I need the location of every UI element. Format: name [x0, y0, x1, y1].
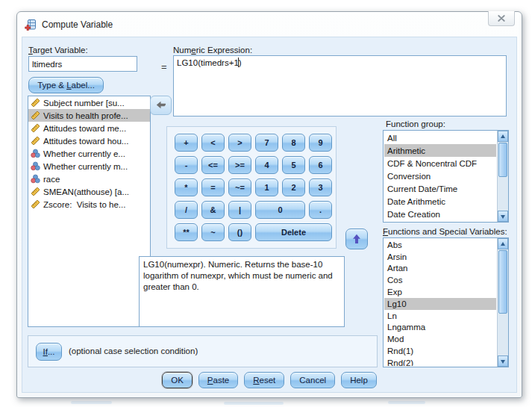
numeric-expression-label: Numeric Expression: — [173, 46, 252, 55]
key-=[interactable]: = — [201, 178, 225, 196]
close-button[interactable] — [488, 11, 515, 26]
move-to-expression-button[interactable] — [150, 96, 172, 115]
key-/[interactable]: / — [175, 201, 198, 219]
scroll-down-icon[interactable] — [498, 211, 508, 222]
scroll-up-icon[interactable] — [498, 238, 508, 249]
key-~[interactable]: ~ — [201, 223, 225, 241]
label-text: aste — [213, 376, 230, 385]
function-item[interactable]: Arsin — [384, 251, 496, 263]
function-item[interactable]: Mod — [384, 333, 496, 345]
function-group-scrollbar[interactable] — [497, 131, 508, 222]
function-group-item[interactable]: Conversion — [384, 170, 496, 182]
label-text: Lngamma — [387, 323, 425, 332]
nominal-icon — [31, 149, 40, 158]
scale-icon — [31, 98, 40, 108]
keypad-panel: +<>789-<=>=456*=~=123/&|0.**~()Delete — [166, 126, 337, 249]
variable-label: Whether currently e... — [43, 149, 125, 158]
glass-artifact — [388, 401, 425, 404]
numeric-expression-input[interactable]: LG10(timedrs+1) — [173, 55, 507, 116]
label-text: Arithmetic — [387, 146, 425, 155]
if-condition-panel: If... (optional case selection condition… — [28, 335, 378, 367]
variable-item[interactable]: race — [28, 173, 150, 185]
function-group-item[interactable]: Date Creation — [384, 208, 496, 220]
compute-variable-dialog: Compute Variable Target Variable: Type &… — [16, 11, 522, 398]
function-group-item[interactable]: Arithmetic — [384, 144, 496, 157]
target-variable-input[interactable] — [28, 56, 137, 72]
paste-button[interactable]: Paste — [198, 372, 238, 388]
key->=[interactable]: >= — [228, 156, 251, 174]
cancel-button[interactable]: Cancel — [290, 372, 335, 388]
if-button[interactable]: If... — [36, 343, 62, 361]
variable-item[interactable]: Zscore: Visits to he... — [28, 198, 150, 211]
key-~=[interactable]: ~= — [228, 178, 251, 196]
variable-item[interactable]: Attitudes toward me... — [28, 122, 150, 134]
variable-list[interactable]: Subject number [su...Visits to health pr… — [28, 96, 151, 327]
function-item[interactable]: Abs — [384, 239, 496, 251]
variable-item[interactable]: SMEAN(atthouse) [a... — [28, 185, 150, 198]
key-|[interactable]: | — [228, 201, 251, 219]
key-6[interactable]: 6 — [309, 156, 332, 174]
function-group-item[interactable]: CDF & Noncentral CDF — [384, 157, 496, 170]
ok-button[interactable]: OK — [162, 372, 193, 388]
scale-icon — [31, 199, 40, 209]
key-<[interactable]: < — [201, 134, 225, 152]
insert-function-button[interactable] — [345, 229, 368, 249]
variable-item[interactable]: Subject number [su... — [28, 96, 150, 109]
variable-label: Zscore: Visits to he... — [43, 200, 125, 209]
label-text: F — [383, 227, 388, 236]
close-icon — [498, 15, 505, 22]
key-+[interactable]: + — [175, 134, 198, 152]
key-**[interactable]: ** — [175, 223, 198, 241]
key-5[interactable]: 5 — [282, 156, 305, 174]
label-text: OK — [171, 376, 184, 385]
function-group-item[interactable]: Date Arithmetic — [384, 195, 496, 208]
key-0[interactable]: 0 — [255, 201, 305, 219]
function-group-list[interactable]: AllArithmeticCDF & Noncentral CDFConvers… — [383, 130, 509, 223]
key-*[interactable]: * — [175, 178, 198, 196]
scrollbar-thumb[interactable] — [498, 143, 507, 177]
key-3[interactable]: 3 — [309, 178, 332, 196]
key--[interactable]: - — [175, 156, 198, 174]
key-<=[interactable]: <= — [201, 156, 225, 174]
variable-item[interactable]: Whether currently e... — [28, 147, 150, 160]
function-item[interactable]: Lngamma — [384, 322, 496, 334]
title-bar[interactable]: Compute Variable — [17, 12, 522, 37]
reset-button[interactable]: Reset — [244, 372, 284, 388]
function-item[interactable]: Exp — [384, 286, 496, 298]
function-item[interactable]: Ln — [384, 310, 496, 322]
scrollbar-thumb[interactable] — [498, 250, 507, 314]
function-item[interactable]: Rnd(1) — [384, 345, 496, 357]
functions-list[interactable]: AbsArsinArtanCosExpLg10LnLngammaModRnd(1… — [383, 237, 509, 367]
function-item[interactable]: Cos — [384, 274, 496, 286]
function-group-item[interactable]: Current Date/Time — [384, 182, 496, 195]
function-item[interactable]: Rnd(2) — [384, 357, 496, 366]
variable-item[interactable]: Visits to health profe... — [28, 109, 150, 122]
scroll-up-icon[interactable] — [498, 131, 508, 142]
key-1[interactable]: 1 — [255, 178, 278, 196]
key-&[interactable]: & — [201, 201, 225, 219]
function-item[interactable]: Lg10 — [384, 298, 496, 310]
function-group-item[interactable]: Date Extraction — [384, 220, 496, 221]
variable-item[interactable]: Attitudes toward hou... — [28, 134, 150, 147]
key-Delete[interactable]: Delete — [255, 223, 332, 241]
functions-scrollbar[interactable] — [497, 238, 508, 367]
functions-items: AbsArsinArtanCosExpLg10LnLngammaModRnd(1… — [384, 239, 496, 366]
help-button[interactable]: Help — [341, 372, 377, 388]
key-7[interactable]: 7 — [255, 134, 278, 152]
expression-text: LG10(timedrs+1) — [177, 58, 242, 67]
function-item[interactable]: Artan — [384, 263, 496, 275]
key-4[interactable]: 4 — [255, 156, 278, 174]
variable-item[interactable]: Whether currently m... — [28, 160, 150, 173]
type-and-label-button[interactable]: Type & Label... — [28, 77, 104, 93]
key-2[interactable]: 2 — [282, 178, 305, 196]
key-.[interactable]: . — [309, 201, 332, 219]
label-text: ric Expression: — [196, 46, 252, 55]
key-()[interactable]: () — [228, 223, 251, 241]
key->[interactable]: > — [228, 134, 251, 152]
function-group-item[interactable]: All — [384, 131, 496, 144]
key-9[interactable]: 9 — [309, 134, 332, 152]
variable-label: race — [43, 175, 60, 184]
key-8[interactable]: 8 — [282, 134, 305, 152]
scroll-down-icon[interactable] — [498, 355, 508, 367]
label-text: CDF & Noncentral CDF — [387, 159, 477, 168]
